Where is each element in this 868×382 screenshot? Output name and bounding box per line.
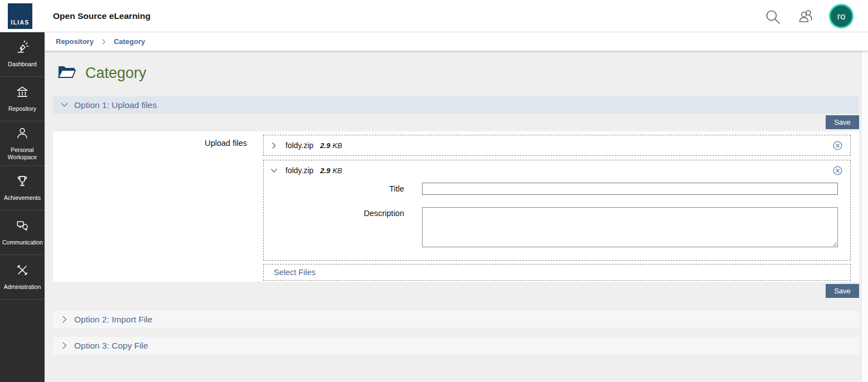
file-name: foldy.zip [285,166,313,175]
file-size: 2.9KB [320,166,342,175]
sidebar-item-label: Personal Workspace [2,146,42,161]
sidebar-item-label: Dashboard [8,61,36,68]
sidebar-item-dashboard[interactable]: Dashboard [0,32,45,77]
select-files-button[interactable]: Select Files [274,268,316,277]
title-label: Title [264,183,404,195]
app-title: Open Source eLearning [53,0,151,32]
upload-files-field-label: Upload files [53,131,263,282]
chevron-down-icon [60,101,69,109]
file-entry-collapsed: foldy.zip 2.9KB [263,135,851,156]
page-title-text: Category [85,65,147,82]
chevron-right-icon [60,341,69,350]
sidebar-item-administration[interactable]: Administration [0,255,45,300]
save-button-bottom[interactable]: Save [826,284,859,298]
description-label: Description [264,207,404,247]
file-name: foldy.zip [285,141,313,150]
file-upload-widget: foldy.zip 2.9KB foldy.zip 2.9KB [263,131,851,282]
file-title-input[interactable] [422,183,838,195]
sidebar-item-label: Achievements [4,194,41,202]
file-title-row: Title [264,183,850,195]
tools-icon [15,263,30,280]
accordion-label: Option 2: Import File [74,315,152,325]
accordion-label: Option 1: Upload files [74,100,157,110]
remove-file-icon[interactable] [833,141,842,150]
file-dropzone: Select Files [263,264,851,281]
sidebar-item-repository[interactable]: Repository [0,77,45,121]
file-size-unit: KB [332,141,342,150]
sidebar-item-label: Repository [8,105,36,112]
open-folder-icon [57,64,76,82]
file-size-value: 2.9 [320,141,330,150]
expand-file-icon[interactable] [270,142,278,149]
save-button-top[interactable]: Save [826,115,859,129]
accordion-option1-upload-files[interactable]: Option 1: Upload files [53,96,859,114]
accordion-option2-import-file[interactable]: Option 2: Import File [53,311,859,328]
sidebar-item-communication[interactable]: Communication [0,210,45,255]
scrollbar-track[interactable] [861,51,868,382]
file-description-row: Description [264,207,850,247]
remove-file-icon[interactable] [833,166,842,175]
main-content: Category Option 1: Upload files Save Upl… [45,51,868,382]
breadcrumb-category[interactable]: Category [114,37,145,46]
file-description-textarea[interactable] [422,207,838,247]
page-title: Category [57,64,147,82]
breadcrumb-repository[interactable]: Repository [56,37,94,46]
sidebar-item-personal-workspace[interactable]: Personal Workspace [0,121,45,166]
accordion-option3-copy-file[interactable]: Option 3: Copy File [53,337,859,354]
sidebar-item-achievements[interactable]: Achievements [0,166,45,210]
collapse-file-icon[interactable] [270,167,278,174]
sidebar-item-label: Administration [4,283,41,291]
search-icon[interactable] [764,8,781,25]
ilias-logo[interactable]: ILIAS [8,3,32,29]
main-sidebar: Dashboard Repository Personal Workspace … [0,32,45,382]
accordion-label: Option 3: Copy File [74,341,148,351]
file-entry-expanded: foldy.zip 2.9KB Title Description [263,160,851,261]
upload-form-panel: Upload files foldy.zip 2.9KB [53,131,859,282]
trophy-icon [15,174,30,190]
avatar[interactable]: ro [829,4,854,28]
chevron-right-icon [100,38,107,45]
institution-icon [15,85,30,101]
file-size-value: 2.9 [320,166,330,175]
chevron-right-icon [60,315,69,324]
person-icon [15,126,30,143]
who-is-online-icon[interactable] [797,8,816,25]
speech-bubbles-icon [15,218,30,235]
file-size: 2.9KB [320,141,342,150]
breadcrumb: Repository Category [45,32,868,51]
sidebar-item-label: Communication [2,239,42,246]
file-size-unit: KB [332,166,342,175]
top-bar: ILIAS Open Source eLearning ro [0,0,868,32]
lamp-icon [15,40,30,57]
